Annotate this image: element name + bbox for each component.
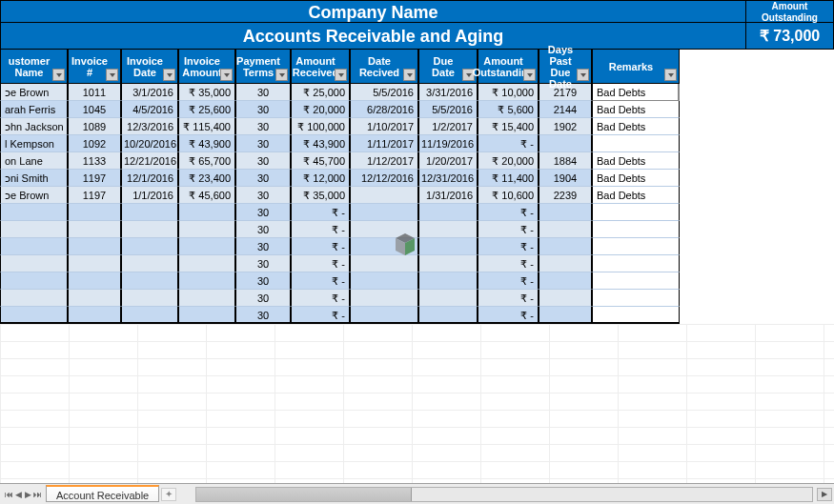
cell-arec[interactable]: ₹ - bbox=[291, 255, 350, 272]
cell-days[interactable]: 2239 bbox=[539, 187, 592, 204]
cell-terms[interactable]: 30 bbox=[235, 307, 291, 324]
filter-dropdown-0[interactable] bbox=[52, 69, 65, 81]
cell-out[interactable]: ₹ 11,400 bbox=[478, 170, 539, 187]
cell-rem[interactable] bbox=[592, 272, 680, 290]
cell-arec[interactable]: ₹ 20,000 bbox=[291, 101, 350, 118]
cell-out[interactable]: ₹ - bbox=[478, 307, 539, 324]
cell-idate[interactable] bbox=[121, 221, 178, 238]
cell-days[interactable] bbox=[539, 255, 592, 272]
cell-iamt[interactable] bbox=[178, 204, 235, 221]
filter-dropdown-4[interactable] bbox=[275, 69, 288, 81]
cell-terms[interactable]: 30 bbox=[235, 135, 291, 152]
cell-inv[interactable] bbox=[68, 272, 121, 290]
cell-rem[interactable]: Bad Debts bbox=[592, 187, 680, 204]
cell-due[interactable] bbox=[418, 204, 478, 221]
tab-nav-next[interactable]: ▶ bbox=[23, 488, 32, 501]
cell-due[interactable]: 1/2/2017 bbox=[418, 118, 478, 135]
cell-due[interactable] bbox=[418, 221, 478, 238]
table-row[interactable]: ɔni Smith119712/1/2016₹ 23,40030₹ 12,000… bbox=[0, 170, 834, 187]
cell-name[interactable]: ɔni Smith bbox=[0, 170, 68, 187]
cell-idate[interactable]: 1/1/2016 bbox=[121, 187, 178, 204]
cell-terms[interactable]: 30 bbox=[235, 84, 291, 101]
cell-terms[interactable]: 30 bbox=[235, 170, 291, 187]
cell-idate[interactable]: 10/20/2016 bbox=[121, 135, 178, 152]
cell-idate[interactable] bbox=[121, 238, 178, 255]
cell-drec[interactable]: 5/5/2016 bbox=[350, 84, 418, 101]
cell-iamt[interactable] bbox=[178, 272, 235, 290]
cell-drec[interactable] bbox=[350, 290, 418, 307]
filter-dropdown-10[interactable] bbox=[664, 69, 677, 81]
cell-idate[interactable]: 4/5/2016 bbox=[121, 101, 178, 118]
cell-iamt[interactable] bbox=[178, 238, 235, 255]
cell-arec[interactable]: ₹ 35,000 bbox=[291, 187, 350, 204]
cell-arec[interactable]: ₹ 25,000 bbox=[291, 84, 350, 101]
cell-iamt[interactable]: ₹ 25,600 bbox=[178, 101, 235, 118]
cell-terms[interactable]: 30 bbox=[235, 152, 291, 170]
filter-dropdown-2[interactable] bbox=[163, 69, 175, 81]
cell-iamt[interactable]: ₹ 35,000 bbox=[178, 84, 235, 101]
cell-inv[interactable] bbox=[68, 307, 121, 324]
cell-out[interactable]: ₹ - bbox=[478, 135, 539, 152]
cell-terms[interactable]: 30 bbox=[235, 290, 291, 307]
cell-days[interactable]: 1902 bbox=[539, 118, 592, 135]
cell-arec[interactable]: ₹ - bbox=[291, 238, 350, 255]
tab-nav-prev[interactable]: ◀ bbox=[13, 488, 23, 501]
cell-name[interactable]: ɔhn Jackson bbox=[0, 118, 68, 135]
cell-iamt[interactable] bbox=[178, 255, 235, 272]
cell-out[interactable]: ₹ - bbox=[478, 255, 539, 272]
cell-days[interactable] bbox=[539, 221, 592, 238]
cell-terms[interactable]: 30 bbox=[235, 204, 291, 221]
cell-arec[interactable]: ₹ - bbox=[291, 290, 350, 307]
cell-days[interactable]: 1884 bbox=[539, 152, 592, 170]
cell-rem[interactable] bbox=[592, 221, 680, 238]
cell-idate[interactable] bbox=[121, 204, 178, 221]
cell-drec[interactable]: 1/11/2017 bbox=[350, 135, 418, 152]
horizontal-scrollbar[interactable] bbox=[195, 487, 813, 502]
cell-idate[interactable] bbox=[121, 255, 178, 272]
cell-drec[interactable]: 1/10/2017 bbox=[350, 118, 418, 135]
add-sheet-button[interactable]: ✦ bbox=[161, 488, 176, 501]
cell-drec[interactable] bbox=[350, 204, 418, 221]
cell-out[interactable]: ₹ 5,600 bbox=[478, 101, 539, 118]
cell-due[interactable]: 11/19/2016 bbox=[418, 135, 478, 152]
cell-terms[interactable]: 30 bbox=[235, 118, 291, 135]
cell-inv[interactable]: 1197 bbox=[68, 170, 121, 187]
cell-arec[interactable]: ₹ 43,900 bbox=[291, 135, 350, 152]
cell-days[interactable] bbox=[539, 135, 592, 152]
cell-rem[interactable]: Bad Debts bbox=[592, 84, 680, 101]
filter-dropdown-8[interactable] bbox=[523, 69, 536, 81]
cell-idate[interactable]: 12/1/2016 bbox=[121, 170, 178, 187]
cell-name[interactable] bbox=[0, 307, 68, 324]
filter-dropdown-5[interactable] bbox=[335, 69, 347, 81]
cell-inv[interactable]: 1011 bbox=[68, 84, 121, 101]
cell-iamt[interactable] bbox=[178, 290, 235, 307]
table-row[interactable]: on Lane113312/21/2016₹ 65,70030₹ 45,7001… bbox=[0, 152, 834, 170]
cell-rem[interactable] bbox=[592, 204, 680, 221]
table-row[interactable]: 30₹ -₹ - bbox=[0, 290, 834, 307]
cell-drec[interactable] bbox=[350, 272, 418, 290]
cell-name[interactable] bbox=[0, 204, 68, 221]
cell-idate[interactable]: 3/1/2016 bbox=[121, 84, 178, 101]
table-row[interactable]: l Kempson109210/20/2016₹ 43,90030₹ 43,90… bbox=[0, 135, 834, 152]
cell-arec[interactable]: ₹ - bbox=[291, 307, 350, 324]
cell-rem[interactable] bbox=[592, 238, 680, 255]
cell-name[interactable]: arah Ferris bbox=[0, 101, 68, 118]
cell-due[interactable] bbox=[418, 272, 478, 290]
table-row[interactable]: 30₹ -₹ - bbox=[0, 255, 834, 272]
cell-rem[interactable] bbox=[592, 307, 680, 324]
cell-inv[interactable]: 1045 bbox=[68, 101, 121, 118]
cell-drec[interactable]: 6/28/2016 bbox=[350, 101, 418, 118]
table-row[interactable]: ɔe Brown11971/1/2016₹ 45,60030₹ 35,0001/… bbox=[0, 187, 834, 204]
cell-idate[interactable] bbox=[121, 272, 178, 290]
tab-nav-last[interactable]: ⏭ bbox=[32, 488, 42, 501]
cell-inv[interactable]: 1092 bbox=[68, 135, 121, 152]
cell-rem[interactable] bbox=[592, 135, 680, 152]
cell-out[interactable]: ₹ - bbox=[478, 204, 539, 221]
cell-terms[interactable]: 30 bbox=[235, 272, 291, 290]
cell-iamt[interactable]: ₹ 115,400 bbox=[178, 118, 235, 135]
cell-rem[interactable] bbox=[592, 255, 680, 272]
cell-due[interactable] bbox=[418, 307, 478, 324]
cell-out[interactable]: ₹ - bbox=[478, 272, 539, 290]
cell-arec[interactable]: ₹ 45,700 bbox=[291, 152, 350, 170]
cell-due[interactable]: 1/31/2016 bbox=[418, 187, 478, 204]
